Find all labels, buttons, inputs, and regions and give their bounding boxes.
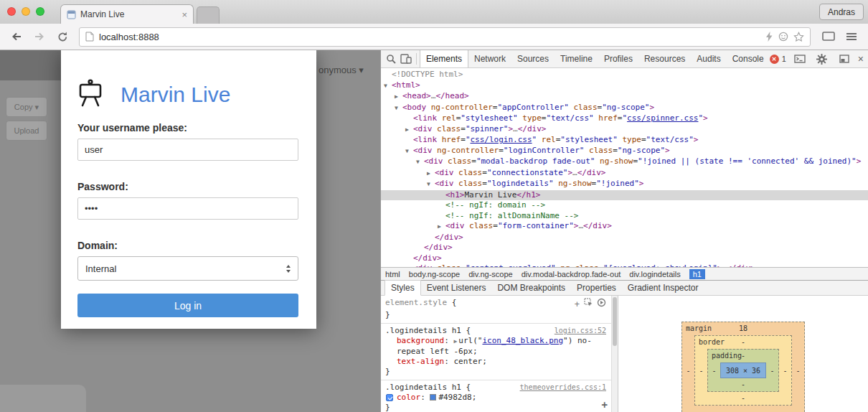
border-right-value[interactable]: - (779, 349, 791, 392)
devtools-tab-timeline[interactable]: Timeline (555, 50, 598, 67)
breadcrumb-item[interactable]: div.ng-scope (468, 270, 513, 278)
color-swatch[interactable] (430, 394, 436, 401)
dock-side-icon[interactable] (836, 55, 853, 63)
breadcrumb-item[interactable]: div.logindetails (629, 270, 680, 278)
close-window-button[interactable] (7, 7, 16, 16)
devtools-tab-audits[interactable]: Audits (691, 50, 726, 67)
breadcrumb-item[interactable]: div.modal-backdrop.fade-out (522, 270, 621, 278)
session-menu[interactable]: onymous ▾ (319, 65, 364, 75)
dom-node-line[interactable]: ▶<div class="form-container">…</div> (381, 221, 868, 233)
inspect-icon[interactable] (584, 298, 593, 310)
style-property[interactable]: background: ▶url("icon_48_black.png") no… (385, 336, 606, 357)
bookmark-star-icon[interactable] (793, 32, 804, 42)
style-property[interactable]: color: #4982d8; (385, 393, 606, 403)
menu-button[interactable] (842, 27, 861, 46)
dom-node-line[interactable]: <link rel="stylesheet" type="text/css" h… (381, 113, 868, 124)
styles-scrollbar[interactable] (611, 296, 618, 412)
tab-close-icon[interactable]: × (181, 10, 187, 19)
element-style-selector[interactable]: element.style (385, 298, 447, 307)
breadcrumb-item[interactable]: h1 (689, 269, 705, 279)
property-checkbox[interactable] (386, 394, 393, 401)
padding-left-value[interactable]: - (708, 362, 720, 378)
rule-selector[interactable]: .logindetails h1 { (385, 383, 471, 392)
zoom-window-button[interactable] (36, 7, 44, 16)
sidebar-tab-styles[interactable]: Styles (385, 280, 421, 296)
username-input[interactable] (77, 139, 298, 161)
minimize-window-button[interactable] (22, 7, 30, 16)
devtools-tab-resources[interactable]: Resources (638, 50, 691, 67)
devtools-tab-network[interactable]: Network (468, 50, 511, 67)
settings-gear-icon[interactable] (813, 54, 831, 65)
css-source-link[interactable]: themeoverrides.css:1 (520, 383, 606, 393)
dom-node-line[interactable]: <!-- ngIf: domain --> (381, 200, 868, 211)
breadcrumb-item[interactable]: body.ng-scope (409, 270, 460, 278)
dom-node-line[interactable]: <h1>Marvin Live</h1> (381, 190, 868, 201)
device-mode-icon[interactable] (399, 50, 414, 67)
dom-node-line[interactable]: <!DOCTYPE html> (381, 70, 868, 80)
search-icon[interactable] (384, 50, 399, 67)
expander-arrow-icon[interactable]: ▼ (427, 179, 435, 190)
border-left-value[interactable]: - (695, 349, 707, 392)
expander-arrow-icon[interactable]: ▼ (405, 146, 413, 157)
expander-arrow-icon[interactable]: ▼ (384, 81, 392, 92)
dom-node-line[interactable]: ▼<div class="modal-backdrop fade-out" ng… (381, 156, 868, 168)
address-bar[interactable]: localhost:8888 (79, 27, 811, 47)
dom-node-line[interactable]: ▼<div ng-controller="loginController" cl… (381, 146, 868, 157)
dom-node-line[interactable]: </div> (381, 233, 868, 243)
expander-arrow-icon[interactable]: ▼ (416, 157, 424, 168)
resource-link[interactable]: icon_48_black.png (482, 336, 563, 345)
domain-select[interactable]: Internal (77, 256, 298, 281)
expander-arrow-icon[interactable]: ▶ (438, 222, 445, 233)
dom-node-line[interactable]: ▼<html> (381, 80, 868, 92)
sidebar-tab-properties[interactable]: Properties (571, 281, 622, 295)
login-button[interactable]: Log in (77, 294, 298, 317)
expander-arrow-icon[interactable]: ▶ (405, 125, 413, 136)
add-style-rule-icon[interactable]: + (575, 299, 580, 309)
expander-arrow-icon[interactable]: ▶ (427, 169, 435, 179)
reload-button[interactable] (53, 27, 72, 46)
close-devtools-icon[interactable]: × (858, 54, 864, 64)
content-size-value[interactable]: 308 × 36 (720, 362, 766, 378)
forward-button[interactable] (30, 27, 49, 46)
error-badge-icon[interactable]: ✕ (770, 55, 779, 64)
sidebar-tab-dom-breakpoints[interactable]: DOM Breakpoints (491, 281, 571, 295)
margin-left-value[interactable]: - (682, 335, 694, 406)
elements-tree[interactable]: <!DOCTYPE html>▼<html>▶<head>…</head>▼<b… (381, 68, 868, 267)
dom-node-line[interactable]: </div> (381, 243, 868, 253)
dom-node-line[interactable]: ▼<body ng-controller="appController" cla… (381, 103, 868, 114)
expander-arrow-icon[interactable]: ▼ (395, 103, 402, 114)
padding-right-value[interactable]: - (766, 362, 778, 378)
element-state-icon[interactable] (597, 298, 606, 310)
dom-node-line[interactable]: </div> (381, 253, 868, 264)
breadcrumb-item[interactable]: html (385, 270, 400, 278)
devtools-tab-console[interactable]: Console (727, 50, 770, 67)
sidebar-tab-gradient-inspector[interactable]: Gradient Inspector (622, 281, 704, 295)
devtools-tab-elements[interactable]: Elements (420, 50, 468, 67)
devtools-tab-sources[interactable]: Sources (511, 50, 555, 67)
expander-arrow-icon[interactable]: ▶ (405, 264, 413, 267)
copy-button[interactable]: Copy ▾ (6, 97, 47, 117)
style-property[interactable]: text-align: center; (385, 357, 606, 367)
dom-node-line[interactable]: ▼<div class="logindetails" ng-show="!joi… (381, 179, 868, 190)
back-button[interactable] (7, 27, 26, 46)
dom-node-line[interactable]: <link href="css/login.css" rel="styleshe… (381, 135, 868, 146)
dom-node-line[interactable]: <!-- ngIf: altDomainName --> (381, 211, 868, 222)
password-input[interactable] (77, 197, 298, 220)
rule-selector[interactable]: .logindetails h1 { (385, 326, 471, 335)
dom-node-line[interactable]: ▶<head>…</head> (381, 91, 868, 103)
margin-bottom-value[interactable]: - (682, 406, 804, 412)
browser-tab[interactable]: Marvin Live × (60, 4, 194, 24)
expander-arrow-icon[interactable]: ▶ (395, 92, 402, 103)
new-style-rule-button[interactable]: + (602, 400, 608, 410)
profile-badge[interactable]: Andras (819, 4, 864, 20)
css-source-link[interactable]: login.css:52 (555, 326, 606, 336)
dom-node-line[interactable]: ▶<div class="connectionstate">…</div> (381, 168, 868, 179)
dom-node-line[interactable]: ▶<div class="spinner">…</div> (381, 124, 868, 136)
border-bottom-value[interactable]: - (695, 392, 791, 405)
console-drawer-icon[interactable] (791, 55, 808, 63)
cast-button[interactable] (819, 27, 838, 46)
error-count[interactable]: 1 (782, 55, 786, 63)
smiley-icon[interactable] (778, 32, 788, 42)
margin-right-value[interactable]: - (792, 335, 804, 406)
scrollbar-thumb[interactable] (613, 297, 617, 346)
